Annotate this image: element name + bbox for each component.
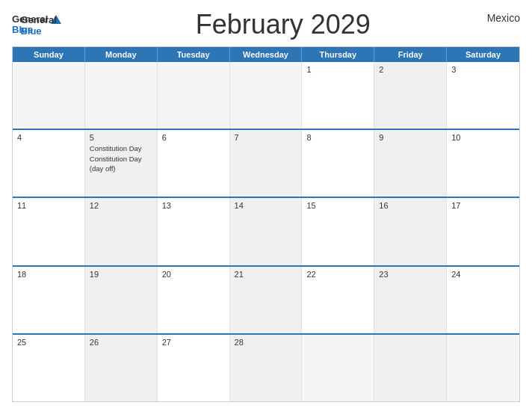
calendar-title: February 2029 [79, 9, 487, 40]
day-cell-11: 11 [13, 198, 85, 265]
day-cell-28: 28 [230, 335, 303, 401]
header-thursday: Thursday [302, 47, 374, 62]
day-cell-1: 1 [302, 62, 374, 129]
day-cell-25: 25 [13, 335, 85, 401]
logo-text-line2: Blue [20, 25, 41, 37]
day-cell-4: 4 [13, 130, 85, 197]
day-cell-7: 7 [230, 130, 303, 197]
event-constitution-day: Constitution DayConstitution Day(day off… [90, 144, 142, 173]
calendar: Sunday Monday Tuesday Wednesday Thursday… [12, 46, 520, 402]
day-cell-2: 2 [374, 62, 447, 129]
day-cell-9: 9 [374, 130, 447, 197]
day-cell-8: 8 [302, 130, 374, 197]
calendar-weeks: 1 2 3 4 5 Constitution DayConstitution D… [13, 62, 519, 401]
day-cell-20: 20 [158, 267, 230, 333]
day-cell-14: 14 [230, 198, 303, 265]
week-row-5: 25 26 27 28 [13, 333, 519, 401]
day-cell-12: 12 [85, 198, 158, 265]
day-cell-19: 19 [85, 267, 158, 333]
day-cell-13: 13 [158, 198, 230, 265]
day-cell [13, 62, 85, 129]
header-tuesday: Tuesday [158, 47, 230, 62]
country-label: Mexico [487, 9, 520, 24]
day-cell [230, 62, 303, 129]
day-cell-6: 6 [158, 130, 230, 197]
header-saturday: Saturday [447, 47, 519, 62]
day-cell-10: 10 [447, 130, 519, 197]
day-cell-5: 5 Constitution DayConstitution Day(day o… [85, 130, 158, 197]
logo-text-line1: General [20, 14, 56, 25]
day-cell [302, 335, 374, 401]
day-cell [374, 335, 447, 401]
week-row-2: 4 5 Constitution DayConstitution Day(day… [13, 129, 519, 197]
day-cell-21: 21 [230, 267, 303, 333]
day-cell-18: 18 [13, 267, 85, 333]
week-row-1: 1 2 3 [13, 62, 519, 129]
day-cell-15: 15 [302, 198, 374, 265]
day-cell-22: 22 [302, 267, 374, 333]
day-cell-26: 26 [85, 335, 158, 401]
day-cell-24: 24 [447, 267, 519, 333]
day-cell-23: 23 [374, 267, 447, 333]
day-cell-16: 16 [374, 198, 447, 265]
header-friday: Friday [374, 47, 447, 62]
header: General Blue General Blue February 2029 … [12, 9, 520, 40]
day-cell [447, 335, 519, 401]
header-monday: Monday [85, 47, 158, 62]
week-row-3: 11 12 13 14 15 16 17 [13, 197, 519, 265]
day-cell [158, 62, 230, 129]
day-cell [85, 62, 158, 129]
page: General Blue General Blue February 2029 … [0, 0, 532, 411]
day-cell-3: 3 [447, 62, 519, 129]
header-wednesday: Wednesday [230, 47, 303, 62]
day-headers-row: Sunday Monday Tuesday Wednesday Thursday… [13, 47, 519, 62]
header-sunday: Sunday [13, 47, 85, 62]
week-row-4: 18 19 20 21 22 23 24 [13, 265, 519, 333]
day-cell-17: 17 [447, 198, 519, 265]
day-cell-27: 27 [158, 335, 230, 401]
